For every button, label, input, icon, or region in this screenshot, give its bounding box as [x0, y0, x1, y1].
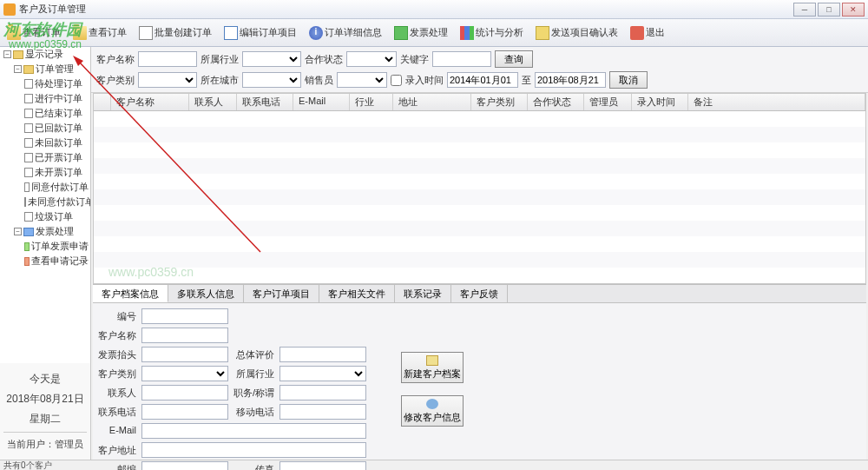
- grid-col-category[interactable]: 客户类别: [471, 94, 528, 110]
- tree-node-invoice-apply[interactable]: 订单发票申请: [0, 239, 90, 254]
- doc-icon: [24, 138, 33, 148]
- minimize-button[interactable]: ─: [793, 3, 816, 17]
- toolbar-order-detail[interactable]: 订单详细信息: [306, 24, 385, 42]
- mail-icon: [536, 26, 549, 40]
- select-sales[interactable]: [337, 72, 387, 88]
- tree-node-agreepay[interactable]: 同意付款订单: [0, 180, 90, 195]
- grid-col-name[interactable]: 客户名称: [111, 94, 189, 110]
- collapse-icon[interactable]: −: [3, 50, 11, 58]
- search-button[interactable]: 查询: [495, 50, 533, 68]
- app-icon: [3, 3, 16, 16]
- tree-node-uninvoiced[interactable]: 未开票订单: [0, 165, 90, 180]
- input-phone[interactable]: [141, 404, 228, 420]
- close-button[interactable]: ✕: [842, 3, 865, 17]
- input-keyword[interactable]: [432, 51, 491, 67]
- tab-profile[interactable]: 客户档案信息: [93, 285, 168, 302]
- edit-icon: [426, 399, 438, 409]
- grid-col-address[interactable]: 地址: [393, 94, 471, 110]
- toolbar-stats[interactable]: 统计与分析: [457, 24, 527, 42]
- grid-col-industry[interactable]: 行业: [350, 94, 393, 110]
- tree-node-trash[interactable]: 垃圾订单: [0, 209, 90, 224]
- grid-col-note[interactable]: 备注: [688, 94, 865, 110]
- today-label: 今天是: [3, 372, 87, 387]
- tree-node-paid[interactable]: 已回款订单: [0, 121, 90, 136]
- tab-contacts[interactable]: 多联系人信息: [168, 285, 244, 302]
- input-position[interactable]: [279, 385, 366, 400]
- doc-icon: [24, 109, 33, 118]
- select-f-category[interactable]: [141, 366, 228, 381]
- input-email[interactable]: [141, 423, 366, 439]
- label-address: 客户地址: [98, 442, 136, 458]
- tree-node-invoice-view[interactable]: 查看申请记录: [0, 254, 90, 268]
- label-date: 录入时间: [405, 74, 444, 87]
- doc-icon: [24, 168, 33, 177]
- input-fax[interactable]: [279, 461, 366, 470]
- toolbar-view-order[interactable]: 查看订单: [3, 24, 64, 42]
- tree-node-invoiced[interactable]: 已开票订单: [0, 150, 90, 165]
- detail-tabs: 客户档案信息 多联系人信息 客户订单项目 客户相关文件 联系记录 客户反馈: [93, 284, 866, 303]
- toolbar-view-order-2[interactable]: 查看订单: [69, 24, 130, 42]
- checkbox-date[interactable]: [391, 75, 402, 86]
- input-name[interactable]: [141, 328, 228, 343]
- grid-col-contact[interactable]: 联系人: [189, 94, 237, 110]
- tree-node-inprogress[interactable]: 进行中订单: [0, 91, 90, 106]
- input-overall[interactable]: [279, 347, 366, 362]
- input-customer-name[interactable]: [138, 51, 197, 67]
- collapse-icon[interactable]: −: [14, 65, 22, 73]
- cancel-button[interactable]: 取消: [609, 71, 648, 89]
- label-invoice-title: 发票抬头: [98, 347, 136, 362]
- grid-col-admin[interactable]: 管理员: [584, 94, 632, 110]
- select-industry[interactable]: [242, 51, 301, 67]
- tab-order-items[interactable]: 客户订单项目: [244, 285, 319, 302]
- folder-icon: [23, 65, 34, 74]
- grid-col-email[interactable]: E-Mail: [293, 94, 350, 110]
- input-date-from[interactable]: [447, 72, 518, 88]
- select-partner[interactable]: [346, 51, 397, 67]
- toolbar-invoice[interactable]: 发票处理: [391, 24, 451, 42]
- select-category[interactable]: [138, 72, 197, 88]
- tab-feedback[interactable]: 客户反馈: [451, 285, 508, 302]
- input-date-to[interactable]: [535, 72, 606, 88]
- grid-col-phone[interactable]: 联系电话: [237, 94, 293, 110]
- select-f-industry[interactable]: [279, 366, 366, 381]
- doc-icon: [24, 123, 33, 133]
- label-overall: 总体评价: [233, 347, 274, 362]
- tab-contact-log[interactable]: 联系记录: [395, 285, 451, 302]
- input-mobile[interactable]: [279, 404, 366, 420]
- collapse-icon[interactable]: −: [14, 228, 22, 235]
- grid-col-date[interactable]: 录入时间: [632, 94, 688, 110]
- input-address[interactable]: [141, 442, 366, 458]
- new-customer-button[interactable]: 新建客户档案: [401, 352, 464, 383]
- tree-node-unpaid[interactable]: 未回款订单: [0, 136, 90, 150]
- label-name: 客户名称: [98, 328, 136, 343]
- doc-icon: [24, 197, 26, 207]
- input-zip[interactable]: [141, 461, 228, 470]
- new-icon: [426, 355, 438, 366]
- info-icon: [309, 26, 323, 40]
- tree-node-finished[interactable]: 已结束订单: [0, 106, 90, 121]
- grid-col-partner[interactable]: 合作状态: [528, 94, 584, 110]
- tree-orders-group[interactable]: −订单管理: [0, 62, 90, 76]
- input-no[interactable]: [141, 308, 228, 324]
- today-weekday: 星期二: [3, 412, 87, 427]
- tree-root[interactable]: −显示记录: [0, 47, 90, 62]
- toolbar-send-confirm[interactable]: 发送项目确认表: [532, 24, 621, 42]
- grid-col-select[interactable]: [94, 94, 111, 110]
- toolbar-exit[interactable]: 退出: [627, 24, 668, 42]
- edit-customer-button[interactable]: 修改客户信息: [401, 395, 464, 427]
- tree-node-disagreepay[interactable]: 未同意付款订单: [0, 195, 90, 209]
- data-grid[interactable]: 客户名称 联系人 联系电话 E-Mail 行业 地址 客户类别 合作状态 管理员…: [93, 93, 866, 284]
- tree-node-pending[interactable]: 待处理订单: [0, 76, 90, 91]
- input-invoice-title[interactable]: [141, 347, 228, 362]
- toolbar-batch-create[interactable]: 批量创建订单: [135, 24, 215, 42]
- input-contact[interactable]: [141, 385, 228, 400]
- tab-files[interactable]: 客户相关文件: [319, 285, 395, 302]
- toolbar-edit-items[interactable]: 编辑订单项目: [220, 24, 300, 42]
- select-city[interactable]: [242, 72, 301, 88]
- tree-invoice-group[interactable]: −发票处理: [0, 224, 90, 239]
- label-email: E-Mail: [98, 423, 136, 439]
- window-controls: ─ □ ✕: [793, 3, 865, 17]
- maximize-button[interactable]: □: [818, 3, 840, 17]
- arrow-icon: [394, 26, 408, 40]
- label-zip: 邮编: [98, 461, 136, 470]
